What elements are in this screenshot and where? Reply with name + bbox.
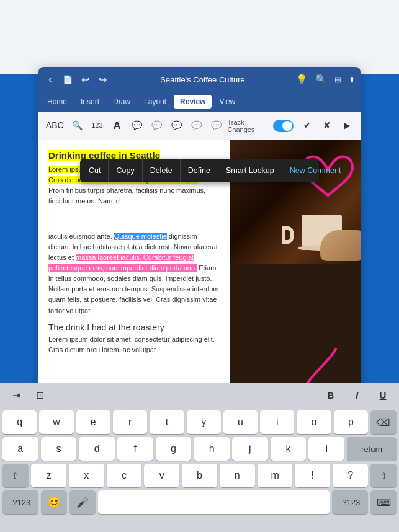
ctx-cut-button[interactable]: Cut (81, 159, 109, 182)
ribbon-comment2[interactable]: 💬 (148, 118, 165, 133)
key-b[interactable]: b (182, 464, 217, 487)
ribbon-font[interactable]: A (108, 118, 125, 133)
tab-view[interactable]: View (213, 95, 241, 109)
ribbon-reject[interactable]: ✘ (318, 118, 336, 133)
emoji-key[interactable]: 😊 (41, 490, 67, 514)
doc-button[interactable]: 📄 (61, 75, 74, 84)
mic-key[interactable]: 🎤 (69, 490, 96, 514)
ctx-copy-button[interactable]: Copy (109, 159, 142, 182)
keyboard-row-1: q w e r t y u i o p ⌫ (2, 410, 397, 434)
tab-home[interactable]: Home (41, 95, 73, 109)
keyboard-row-3: ⇧ z x c v b n m ! ? ⇧ (2, 464, 397, 487)
keyboard-area: ⇥ ⊡ B I U q w e r t y u i o p ⌫ a s d (0, 383, 399, 532)
ctx-smart-lookup-button[interactable]: Smart Lookup (218, 159, 282, 182)
bold-button[interactable]: B (322, 390, 339, 401)
key-g[interactable]: g (156, 437, 192, 461)
key-j[interactable]: j (232, 437, 268, 461)
key-l[interactable]: l (308, 437, 344, 461)
key-s[interactable]: s (41, 437, 77, 461)
doc-title: Seattle's Coffee Culture (109, 75, 296, 84)
section2-body: Lorem ipsum dolor sit amet, consectetur … (48, 334, 220, 355)
ribbon-accept[interactable]: ✔ (298, 118, 316, 133)
tab-draw[interactable]: Draw (107, 95, 137, 109)
key-p[interactable]: p (334, 410, 368, 434)
context-menu: Cut Copy Delete Define Smart Lookup New … (80, 159, 319, 182)
ribbon-nav[interactable]: ▶ (338, 118, 356, 133)
key-o[interactable]: o (297, 410, 331, 434)
key-x[interactable]: x (69, 464, 104, 487)
italic-button[interactable]: I (348, 390, 365, 401)
key-r[interactable]: r (113, 410, 147, 434)
tab-review[interactable]: Review (174, 95, 212, 109)
key-d[interactable]: d (79, 437, 115, 461)
ribbon-comment4[interactable]: 💬 (187, 118, 205, 133)
shift-up-key[interactable]: ⇧ (370, 464, 397, 487)
track-changes-area: Track Changes (227, 118, 294, 133)
selected-text: Quisque molestie (114, 233, 167, 240)
underline-button[interactable]: U (374, 390, 392, 401)
return-key[interactable]: return (347, 437, 397, 461)
key-w[interactable]: w (39, 410, 73, 434)
key-y[interactable]: y (187, 410, 221, 434)
key-v[interactable]: v (144, 464, 179, 487)
tab-layout[interactable]: Layout (138, 95, 173, 109)
key-a[interactable]: a (2, 437, 38, 461)
cursor-icon[interactable]: ⊡ (31, 389, 48, 401)
number-toggle-key[interactable]: .?123 (2, 490, 38, 514)
keyboard-row-4: .?123 😊 🎤 .?123 ⌨ (2, 490, 397, 514)
key-exclaim[interactable]: ! (295, 464, 330, 487)
ribbon-search[interactable]: 🔍 (68, 118, 86, 133)
keyboard-hide-key[interactable]: ⌨ (370, 490, 397, 514)
grid-icon[interactable]: ⊞ (334, 75, 341, 84)
title-bar-nav: ‹ 📄 ↩ ↪ (43, 74, 109, 86)
key-q[interactable]: q (2, 410, 37, 434)
tab-icon[interactable]: ⇥ (7, 389, 25, 401)
key-e[interactable]: e (76, 410, 110, 434)
ribbon-abc[interactable]: ABC (43, 118, 66, 133)
key-h[interactable]: h (194, 437, 230, 461)
back-button[interactable]: ‹ (43, 74, 57, 85)
context-menu-bar: Cut Copy Delete Define Smart Lookup New … (80, 159, 319, 182)
doc-body-para2: iaculis euismod ante. Quisque molestie d… (48, 231, 220, 316)
ctx-new-comment-button[interactable]: New Comment (282, 159, 349, 182)
number-toggle-key-right[interactable]: .?123 (332, 490, 368, 514)
track-changes-label: Track Changes (227, 118, 269, 133)
key-t[interactable]: t (150, 410, 184, 434)
key-k[interactable]: k (271, 437, 307, 461)
bulb-icon[interactable]: 💡 (296, 74, 308, 85)
keyboard-toolbar-right: B I U (322, 390, 392, 401)
ribbon: ABC 🔍 123 A 💬 💬 💬 💬 💬 Track Changes (38, 112, 361, 140)
section2-heading: The drink I had at the roastery (48, 322, 220, 332)
search-icon[interactable]: 🔍 (315, 74, 327, 85)
tab-bar: Home Insert Draw Layout Review View (38, 92, 361, 112)
ribbon-123[interactable]: 123 (88, 120, 105, 131)
ribbon-comment5[interactable]: 💬 (207, 118, 225, 133)
title-bar-icons: 💡 🔍 ⊞ ⬆ (296, 74, 356, 85)
key-m[interactable]: m (258, 464, 293, 487)
key-n[interactable]: n (220, 464, 255, 487)
redo-button[interactable]: ↪ (96, 74, 109, 86)
key-c[interactable]: c (107, 464, 142, 487)
key-question[interactable]: ? (333, 464, 368, 487)
key-u[interactable]: u (223, 410, 258, 434)
tab-insert[interactable]: Insert (74, 95, 105, 109)
backspace-key[interactable]: ⌫ (370, 410, 397, 434)
undo-button[interactable]: ↩ (78, 74, 92, 86)
ribbon-comment3[interactable]: 💬 (168, 118, 185, 133)
key-f[interactable]: f (117, 437, 153, 461)
ctx-delete-button[interactable]: Delete (143, 159, 181, 182)
space-key[interactable] (98, 490, 330, 514)
keyboard-toolbar: ⇥ ⊡ B I U (0, 383, 399, 407)
title-bar: ‹ 📄 ↩ ↪ Seattle's Coffee Culture 💡 🔍 ⊞ ⬆ (38, 67, 361, 92)
track-changes-toggle[interactable] (273, 120, 294, 132)
keyboard-rows: q w e r t y u i o p ⌫ a s d f g h j k l … (0, 407, 399, 516)
key-i[interactable]: i (260, 410, 294, 434)
keyboard-toolbar-left: ⇥ ⊡ (7, 389, 48, 401)
key-z[interactable]: z (31, 464, 66, 487)
ctx-define-button[interactable]: Define (181, 159, 218, 182)
shift-key[interactable]: ⇧ (2, 464, 29, 487)
keyboard-row-2: a s d f g h j k l return (2, 437, 397, 461)
share-icon[interactable]: ⬆ (349, 75, 356, 84)
ribbon-comment1[interactable]: 💬 (128, 118, 145, 133)
